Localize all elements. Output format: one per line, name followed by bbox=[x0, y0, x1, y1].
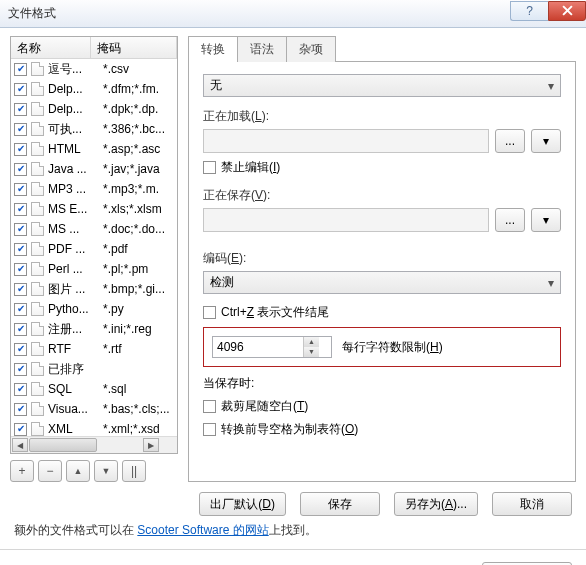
row-name: MS ... bbox=[48, 222, 103, 236]
move-up-button[interactable]: ▲ bbox=[66, 460, 90, 482]
row-checkbox[interactable] bbox=[14, 243, 27, 256]
saving-input bbox=[203, 208, 489, 232]
type-combo[interactable]: 无 ▾ bbox=[203, 74, 561, 97]
col-name[interactable]: 名称 bbox=[11, 37, 91, 58]
limit-input[interactable] bbox=[213, 340, 303, 354]
row-checkbox[interactable] bbox=[14, 323, 27, 336]
row-name: 图片 ... bbox=[48, 281, 103, 298]
limit-label: 每行字符数限制(H) bbox=[342, 339, 443, 356]
table-row[interactable]: Java ...*.jav;*.java bbox=[11, 159, 177, 179]
spin-up[interactable]: ▲ bbox=[304, 337, 319, 347]
table-row[interactable]: 可执...*.386;*.bc... bbox=[11, 119, 177, 139]
scooter-link[interactable]: Scooter Software 的网站 bbox=[137, 523, 268, 537]
chevron-down-icon: ▾ bbox=[548, 79, 554, 93]
file-icon bbox=[31, 202, 44, 216]
file-icon bbox=[31, 282, 44, 296]
table-row[interactable]: RTF*.rtf bbox=[11, 339, 177, 359]
table-row[interactable]: MP3 ...*.mp3;*.m. bbox=[11, 179, 177, 199]
table-row[interactable]: Perl ...*.pl;*.pm bbox=[11, 259, 177, 279]
table-row[interactable]: 注册...*.ini;*.reg bbox=[11, 319, 177, 339]
row-checkbox[interactable] bbox=[14, 123, 27, 136]
table-row[interactable]: SQL*.sql bbox=[11, 379, 177, 399]
row-checkbox[interactable] bbox=[14, 183, 27, 196]
encoding-label: 编码(E): bbox=[203, 250, 561, 267]
noedit-checkbox[interactable] bbox=[203, 161, 216, 174]
row-checkbox[interactable] bbox=[14, 143, 27, 156]
ctrlz-checkbox[interactable] bbox=[203, 306, 216, 319]
tabs-checkbox[interactable] bbox=[203, 423, 216, 436]
noedit-label: 禁止编辑(I) bbox=[221, 159, 280, 176]
chevron-down-icon: ▾ bbox=[548, 276, 554, 290]
drag-handle-button[interactable]: || bbox=[122, 460, 146, 482]
table-row[interactable]: XML*.xml;*.xsd bbox=[11, 419, 177, 436]
tabs-label: 转换前导空格为制表符(O) bbox=[221, 421, 358, 438]
table-row[interactable]: Pytho...*.py bbox=[11, 299, 177, 319]
row-mask: *.xls;*.xlsm bbox=[103, 202, 174, 216]
defaults-button[interactable]: 出厂默认(D) bbox=[199, 492, 286, 516]
file-icon bbox=[31, 142, 44, 156]
row-name: MS E... bbox=[48, 202, 103, 216]
file-icon bbox=[31, 322, 44, 336]
spin-down[interactable]: ▼ bbox=[304, 347, 319, 357]
row-checkbox[interactable] bbox=[14, 103, 27, 116]
h-scrollbar[interactable]: ◀▶ bbox=[11, 436, 177, 453]
limit-spinner[interactable]: ▲▼ bbox=[212, 336, 332, 358]
row-mask: *.dfm;*.fm. bbox=[103, 82, 174, 96]
tab-misc[interactable]: 杂项 bbox=[286, 36, 336, 62]
help-button[interactable]: ? bbox=[510, 1, 548, 21]
row-checkbox[interactable] bbox=[14, 83, 27, 96]
table-row[interactable]: 逗号...*.csv bbox=[11, 59, 177, 79]
saving-menu-button[interactable]: ▾ bbox=[531, 208, 561, 232]
cancel-button[interactable]: 取消 bbox=[492, 492, 572, 516]
row-checkbox[interactable] bbox=[14, 63, 27, 76]
row-checkbox[interactable] bbox=[14, 403, 27, 416]
loading-browse-button[interactable]: ... bbox=[495, 129, 525, 153]
row-mask: *.bas;*.cls;... bbox=[103, 402, 174, 416]
add-button[interactable]: + bbox=[10, 460, 34, 482]
tab-convert[interactable]: 转换 bbox=[188, 36, 238, 62]
trim-checkbox[interactable] bbox=[203, 400, 216, 413]
saving-browse-button[interactable]: ... bbox=[495, 208, 525, 232]
format-list[interactable]: 名称 掩码 逗号...*.csvDelp...*.dfm;*.fm.Delp..… bbox=[10, 36, 178, 454]
row-checkbox[interactable] bbox=[14, 283, 27, 296]
loading-menu-button[interactable]: ▾ bbox=[531, 129, 561, 153]
row-name: Delp... bbox=[48, 102, 103, 116]
remove-button[interactable]: − bbox=[38, 460, 62, 482]
table-row[interactable]: MS E...*.xls;*.xlsm bbox=[11, 199, 177, 219]
row-checkbox[interactable] bbox=[14, 263, 27, 276]
saveas-button[interactable]: 另存为(A)... bbox=[394, 492, 478, 516]
move-down-button[interactable]: ▼ bbox=[94, 460, 118, 482]
file-icon bbox=[31, 122, 44, 136]
row-mask: *.xml;*.xsd bbox=[103, 422, 174, 436]
table-row[interactable]: MS ...*.doc;*.do... bbox=[11, 219, 177, 239]
table-row[interactable]: Delp...*.dfm;*.fm. bbox=[11, 79, 177, 99]
row-name: SQL bbox=[48, 382, 103, 396]
save-button[interactable]: 保存 bbox=[300, 492, 380, 516]
row-mask: *.csv bbox=[103, 62, 174, 76]
row-checkbox[interactable] bbox=[14, 203, 27, 216]
encoding-combo[interactable]: 检测 ▾ bbox=[203, 271, 561, 294]
row-checkbox[interactable] bbox=[14, 163, 27, 176]
col-mask[interactable]: 掩码 bbox=[91, 37, 177, 58]
table-row[interactable]: Delp...*.dpk;*.dp. bbox=[11, 99, 177, 119]
file-icon bbox=[31, 222, 44, 236]
row-checkbox[interactable] bbox=[14, 343, 27, 356]
row-checkbox[interactable] bbox=[14, 383, 27, 396]
table-row[interactable]: 已排序 bbox=[11, 359, 177, 379]
ctrlz-label: Ctrl+Z 表示文件结尾 bbox=[221, 304, 329, 321]
row-checkbox[interactable] bbox=[14, 223, 27, 236]
window-title: 文件格式 bbox=[8, 5, 56, 22]
table-row[interactable]: Visua...*.bas;*.cls;... bbox=[11, 399, 177, 419]
row-name: PDF ... bbox=[48, 242, 103, 256]
row-checkbox[interactable] bbox=[14, 303, 27, 316]
row-name: 已排序 bbox=[48, 361, 103, 378]
table-row[interactable]: HTML*.asp;*.asc bbox=[11, 139, 177, 159]
table-row[interactable]: PDF ...*.pdf bbox=[11, 239, 177, 259]
table-row[interactable]: 图片 ...*.bmp;*.gi... bbox=[11, 279, 177, 299]
footer-note: 额外的文件格式可以在 Scooter Software 的网站上找到。 bbox=[14, 522, 572, 539]
row-checkbox[interactable] bbox=[14, 423, 27, 436]
titlebar: 文件格式 ? bbox=[0, 0, 586, 28]
close-window-button[interactable] bbox=[548, 1, 586, 21]
tab-syntax[interactable]: 语法 bbox=[237, 36, 287, 62]
row-checkbox[interactable] bbox=[14, 363, 27, 376]
